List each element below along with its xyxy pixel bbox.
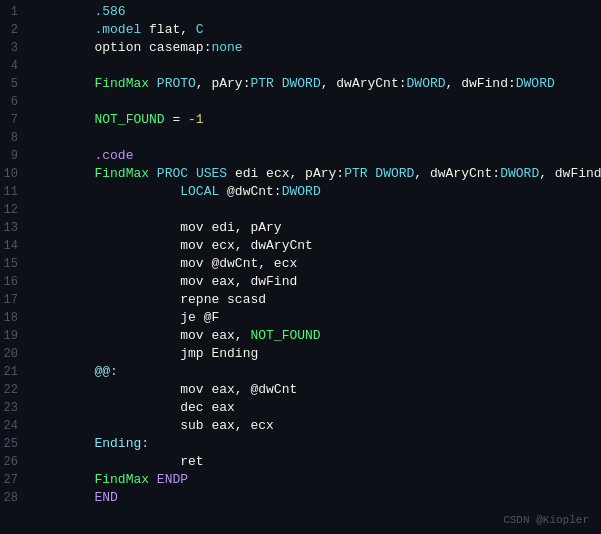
code-line: 27 FindMax ENDP: [0, 472, 601, 490]
line-number: 10: [0, 167, 28, 181]
line-number: 14: [0, 239, 28, 253]
line-content: FindMax PROTO, pAry:PTR DWORD, dwAryCnt:…: [28, 76, 601, 91]
code-line: 23 dec eax: [0, 400, 601, 418]
line-content: sub eax, ecx: [28, 418, 601, 433]
line-number: 25: [0, 437, 28, 451]
line-number: 9: [0, 149, 28, 163]
line-number: 23: [0, 401, 28, 415]
line-content: [28, 202, 601, 217]
code-line: 10 FindMax PROC USES edi ecx, pAry:PTR D…: [0, 166, 601, 184]
line-number: 16: [0, 275, 28, 289]
code-line: 14 mov ecx, dwAryCnt: [0, 238, 601, 256]
code-line: 2 .model flat, C: [0, 22, 601, 40]
line-number: 24: [0, 419, 28, 433]
code-editor: 1 .5862 .model flat, C3 option casemap:n…: [0, 0, 601, 534]
line-content: @@:: [28, 364, 601, 379]
line-number: 20: [0, 347, 28, 361]
line-number: 11: [0, 185, 28, 199]
line-content: END: [28, 490, 601, 505]
line-number: 28: [0, 491, 28, 505]
line-content: [28, 58, 601, 73]
line-content: repne scasd: [28, 292, 601, 307]
code-line: 11 LOCAL @dwCnt:DWORD: [0, 184, 601, 202]
code-line: 17 repne scasd: [0, 292, 601, 310]
line-number: 2: [0, 23, 28, 37]
code-line: 18 je @F: [0, 310, 601, 328]
line-number: 5: [0, 77, 28, 91]
line-number: 13: [0, 221, 28, 235]
line-number: 18: [0, 311, 28, 325]
line-number: 21: [0, 365, 28, 379]
line-number: 1: [0, 5, 28, 19]
line-content: option casemap:none: [28, 40, 601, 55]
line-content: Ending:: [28, 436, 601, 451]
code-line: 7 NOT_FOUND = -1: [0, 112, 601, 130]
line-content: .code: [28, 148, 601, 163]
line-content: .586: [28, 4, 601, 19]
line-content: jmp Ending: [28, 346, 601, 361]
code-line: 20 jmp Ending: [0, 346, 601, 364]
line-content: mov eax, NOT_FOUND: [28, 328, 601, 343]
watermark: CSDN @Kiopler: [503, 514, 589, 526]
code-line: 21 @@:: [0, 364, 601, 382]
code-line: 28 END: [0, 490, 601, 508]
code-line: 25 Ending:: [0, 436, 601, 454]
code-line: 4: [0, 58, 601, 76]
code-line: 1 .586: [0, 4, 601, 22]
code-line: 19 mov eax, NOT_FOUND: [0, 328, 601, 346]
line-number: 3: [0, 41, 28, 55]
code-line: 26 ret: [0, 454, 601, 472]
line-number: 6: [0, 95, 28, 109]
line-number: 8: [0, 131, 28, 145]
line-content: mov eax, @dwCnt: [28, 382, 601, 397]
code-line: 24 sub eax, ecx: [0, 418, 601, 436]
code-line: 16 mov eax, dwFind: [0, 274, 601, 292]
code-line: 22 mov eax, @dwCnt: [0, 382, 601, 400]
line-content: FindMax ENDP: [28, 472, 601, 487]
line-content: [28, 130, 601, 145]
code-line: 5 FindMax PROTO, pAry:PTR DWORD, dwAryCn…: [0, 76, 601, 94]
line-content: mov eax, dwFind: [28, 274, 601, 289]
line-number: 7: [0, 113, 28, 127]
line-number: 4: [0, 59, 28, 73]
line-content: mov edi, pAry: [28, 220, 601, 235]
line-content: NOT_FOUND = -1: [28, 112, 601, 127]
line-number: 12: [0, 203, 28, 217]
line-content: .model flat, C: [28, 22, 601, 37]
line-number: 27: [0, 473, 28, 487]
code-line: 9 .code: [0, 148, 601, 166]
code-line: 12: [0, 202, 601, 220]
line-number: 26: [0, 455, 28, 469]
line-number: 15: [0, 257, 28, 271]
code-line: 8: [0, 130, 601, 148]
code-line: 13 mov edi, pAry: [0, 220, 601, 238]
line-content: LOCAL @dwCnt:DWORD: [28, 184, 601, 199]
line-content: mov ecx, dwAryCnt: [28, 238, 601, 253]
line-content: FindMax PROC USES edi ecx, pAry:PTR DWOR…: [28, 166, 601, 181]
line-number: 19: [0, 329, 28, 343]
line-content: dec eax: [28, 400, 601, 415]
code-line: 3 option casemap:none: [0, 40, 601, 58]
line-content: [28, 94, 601, 109]
line-number: 17: [0, 293, 28, 307]
line-content: mov @dwCnt, ecx: [28, 256, 601, 271]
code-line: 15 mov @dwCnt, ecx: [0, 256, 601, 274]
line-number: 22: [0, 383, 28, 397]
line-content: ret: [28, 454, 601, 469]
code-line: 6: [0, 94, 601, 112]
line-content: je @F: [28, 310, 601, 325]
